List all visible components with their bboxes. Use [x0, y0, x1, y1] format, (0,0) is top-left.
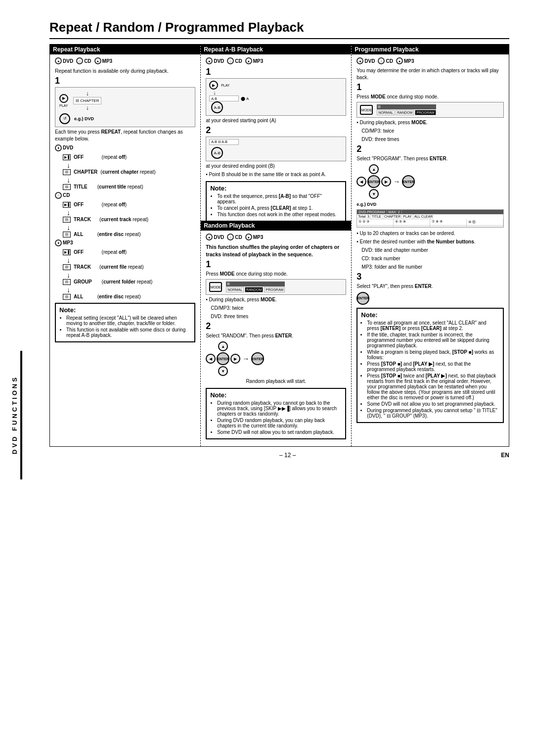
main-content: Repeat Playback ●DVD ○CD ●MP3 Repeat fun…: [49, 44, 509, 447]
track-icon: ⊟: [63, 217, 71, 223]
random-during-text: • During playback, press MODE.: [206, 296, 346, 303]
random-cd-icon: ○CD: [227, 234, 242, 240]
prog-step3-enter: ENTER: [356, 292, 504, 305]
col2-note-box: Note: To exit the sequence, press [A-B] …: [206, 181, 346, 222]
col1-device-diagram: ▶ PLAY ↓ ⊟ CHAPTER ↓ ↺ e.g.) DVD: [55, 87, 195, 127]
col3-note-list: To erase all program at once, select "AL…: [361, 320, 499, 419]
random-note-1: During random playback, you cannot go ba…: [217, 400, 342, 417]
random-step1-text: Press MODE once during stop mode.: [206, 271, 346, 278]
mp3-group-icon: ⊟: [63, 279, 71, 285]
cd-track-row: ⊟ TRACK (current track repeat): [63, 217, 195, 223]
ab-nav-btn2: A-B: [211, 147, 223, 159]
random-up-btn: ▲: [218, 341, 228, 351]
col2-note-list: To exit the sequence, press [A-B] so tha…: [210, 193, 342, 217]
col2-step2-desc: at your desired ending point (B): [206, 163, 346, 170]
col3-note-box: Note: To erase all program at once, sele…: [356, 308, 504, 423]
mp3-all-icon: ⊟: [63, 294, 71, 300]
ab-nav-btn: A-B: [211, 101, 223, 113]
random-mp3-icon: ●MP3: [245, 234, 264, 240]
chapter-indicator: ⊟ CHAPTER: [73, 97, 101, 104]
random-section: Random Playback ●DVD ○CD ●MP3 This funct…: [206, 221, 346, 439]
random-note-2: During DVD random playback, you can play…: [217, 418, 342, 428]
col3-note-6: Some DVD will not allow you to set progr…: [367, 401, 499, 407]
cd-arrow2: ↓: [67, 224, 195, 232]
col2-note-title: Note:: [210, 185, 342, 192]
title-icon: ⊟: [63, 184, 71, 190]
col3-note-title: Note:: [361, 311, 499, 319]
play-btn: ▶: [59, 94, 68, 103]
prog-col-headers: Total: 3 TITLE CHAPTER PLAY ALL CLEAR: [357, 214, 503, 219]
col3-cd-icon: ○CD: [378, 57, 393, 64]
col3-step2-num: 2: [356, 144, 504, 153]
col1-cd-list: ▶▐ OFF (repeat off) ↓ ⊟ TRACK (current t…: [63, 202, 195, 237]
col2-mp3-icon: ●MP3: [245, 57, 264, 64]
col3-note-1: To erase all program at once, select "AL…: [367, 320, 499, 331]
ab-b-indicator: A-B ⊟ A-B: [209, 139, 239, 145]
cd-icon: ○CD: [76, 57, 91, 64]
random-step2-num: 2: [206, 322, 346, 331]
prog-dvd-desc: DVD: title and chapter number: [361, 247, 504, 254]
col1-intro: Repeat function is available only during…: [55, 67, 195, 75]
col1-note-item-1: Repeat setting (except "ALL") will be cl…: [66, 315, 191, 326]
col3-step3-num: 3: [356, 272, 504, 281]
mp3-arrow1: ↓: [67, 256, 195, 264]
mp3-track-icon: ⊟: [63, 264, 71, 270]
prog-center-btn: ENTER: [367, 175, 380, 188]
random-bold-text: This function shuffles the playing order…: [206, 243, 346, 258]
col1-note-title: Note:: [59, 306, 191, 314]
footer: – 12 – EN: [49, 452, 509, 459]
mp3-arrow2: ↓: [67, 271, 195, 279]
prog-enter-row: ▲ ◀ ENTER ▶ ▼ → ENTER: [356, 164, 504, 199]
col3-dvd-icon: ●DVD: [356, 57, 375, 64]
col1-dvd-section: ●DVD ▶▐ OFF (repeat off) ↓ ⊟ CHAPTER (cu…: [55, 144, 195, 190]
prog-left-btn: ◀: [356, 177, 366, 187]
col1-mp3-icons: ●MP3: [55, 239, 195, 246]
mp3-track-row: ⊟ TRACK (current file repeat): [63, 264, 195, 270]
dvd-off-row: ▶▐ OFF (repeat off): [63, 154, 195, 160]
random-note-3: Some DVD will not allow you to set rando…: [217, 429, 342, 435]
column-ab-random: Repeat A-B Playback ●DVD ○CD ●MP3 1 ▶ PL…: [201, 45, 352, 446]
col3-step2-text: Select "PROGRAM". Then press ENTER.: [356, 155, 504, 162]
col3-cd-mp3-text: CD/MP3: twice: [361, 128, 504, 135]
random-dvd-text: DVD: three times: [211, 313, 346, 320]
random-note-list: During random playback, you cannot go ba…: [210, 400, 342, 435]
ab-device-step1: ▶ PLAY ↓ A-B ⬤ A A-B: [206, 78, 346, 116]
dvd-functions-sidebar: DVD FUNCTIONS: [9, 351, 22, 479]
column-programmed: Programmed Playback ●DVD ○CD ●MP3 You ma…: [352, 45, 509, 446]
col1-media-icons: ●DVD ○CD ●MP3: [55, 57, 195, 64]
cd-off-icon: ▶▐: [63, 202, 71, 208]
language-label: EN: [501, 452, 509, 459]
col1-header: Repeat Playback: [50, 45, 200, 54]
col1-step1: 1: [55, 76, 195, 85]
col3-mp3-icon: ●MP3: [396, 57, 414, 64]
random-media-icons: ●DVD ○CD ●MP3: [206, 234, 346, 240]
prog-mp3-desc: MP3: folder and file number: [361, 264, 504, 271]
random-down-btn: ▼: [218, 366, 228, 376]
col3-media-icons: ●DVD ○CD ●MP3: [356, 57, 504, 64]
ph-max: MAX: 2: [387, 210, 402, 214]
ab-a-indicator: A-B: [209, 95, 239, 101]
col2-note-2: To cancel point A, press [CLEAR] at step…: [217, 205, 342, 211]
col1-note-box: Note: Repeat setting (except "ALL") will…: [55, 303, 195, 342]
chapter-icon: ⊟: [63, 169, 71, 175]
random-right-btn: ▶: [230, 354, 240, 364]
col2-header: Repeat A-B Playback: [201, 45, 351, 54]
col1-mp3-list: ▶▐ OFF (repeat off) ↓ ⊟ TRACK (current f…: [63, 249, 195, 300]
random-step2-text: Select "RANDOM". Then press ENTER.: [206, 332, 346, 339]
random-will-start: Random playback will start.: [206, 378, 346, 385]
col2-note-1: To exit the sequence, press [A-B] so tha…: [217, 193, 342, 204]
col2-step1-num: 1: [206, 67, 346, 76]
prog-enter-btn: ENTER: [402, 175, 415, 188]
col2-step2-num: 2: [206, 126, 346, 135]
random-left-btn: ◀: [206, 354, 216, 364]
col2-note-3: This function does not work in the other…: [217, 212, 342, 217]
prog-cd-desc: CD: track number: [361, 255, 504, 262]
random-cdmp3-text: CD/MP3: twice: [211, 305, 346, 312]
col1-cd-section: ○CD ▶▐ OFF (repeat off) ↓ ⊟ TRACK (curre…: [55, 192, 195, 237]
col3-note-2: If the title, chapter, track number is i…: [367, 332, 499, 348]
col3-note-3: While a program is being played back, [S…: [367, 349, 499, 360]
eg-dvd-label: e.g.) DVD: [356, 201, 504, 208]
random-mode-device: MODE ⊞ NORMAL RANDOM PROGRAM: [206, 279, 346, 295]
dvd-icon: ●DVD: [55, 57, 73, 64]
mp3-all-row: ⊟ ALL (entire disc repeat): [63, 294, 195, 300]
